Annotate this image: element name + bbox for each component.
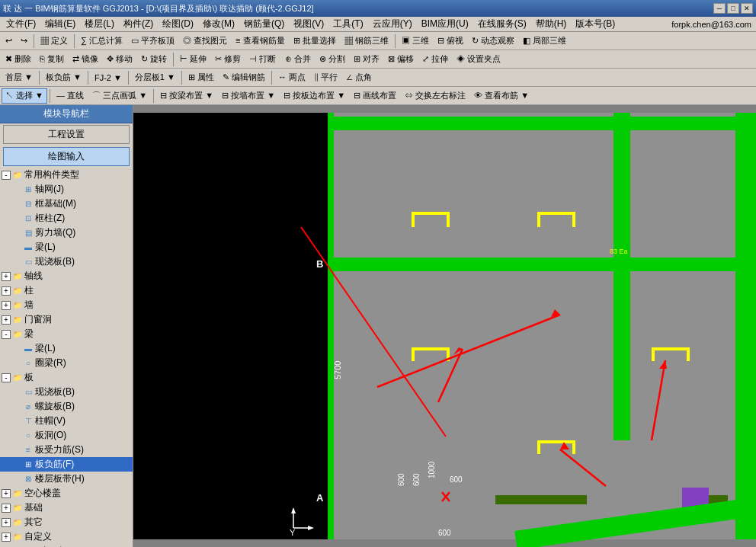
- tb-delete[interactable]: ✖ 删除: [2, 52, 35, 67]
- tb-line[interactable]: — 直线: [53, 88, 88, 104]
- tree-custom[interactable]: + 📁 自定义: [0, 529, 133, 544]
- tree-toggle-custom[interactable]: +: [2, 533, 11, 542]
- tb-point-angle[interactable]: ∠ 点角: [342, 70, 376, 85]
- tree-toggle-wall[interactable]: +: [2, 301, 11, 310]
- tree-slabhole[interactable]: ○ 板洞(O): [0, 428, 133, 443]
- tb-trim[interactable]: ✂ 修剪: [211, 52, 245, 67]
- tree-toggle-axis[interactable]: +: [2, 272, 11, 281]
- tree-common-types[interactable]: - 📁 常用构件类型: [0, 168, 133, 182]
- tb-setgrip[interactable]: ◈ 设置夹点: [453, 52, 505, 67]
- tb-undo[interactable]: ↩: [2, 34, 16, 49]
- tb-swap-mark[interactable]: ⇔ 交换左右标注: [401, 88, 469, 104]
- tb-arc[interactable]: ⌒ 三点画弧 ▼: [88, 88, 151, 104]
- tree-neg-rebar[interactable]: ⊞ 板负筋(F): [0, 457, 133, 472]
- menu-edit[interactable]: 编辑(E): [40, 17, 80, 31]
- menu-cloud[interactable]: 云应用(Y): [368, 17, 417, 31]
- tree-beam-folder[interactable]: - 📁 梁: [0, 327, 133, 341]
- tb-redo[interactable]: ↪: [17, 34, 31, 49]
- tb-by-edge[interactable]: ⊟ 按板边布置 ▼: [280, 88, 349, 104]
- tree-slabrebar[interactable]: ≡ 板受力筋(S): [0, 443, 133, 457]
- tb-select[interactable]: ↖ 选择 ▼: [2, 88, 47, 104]
- tb-two-point[interactable]: ↔ 两点: [274, 70, 309, 85]
- tb-copy[interactable]: ⎘ 复制: [36, 52, 68, 67]
- tb-by-wall[interactable]: ⊟ 按墙布置 ▼: [218, 88, 279, 104]
- menu-member[interactable]: 构件(Z): [119, 17, 158, 31]
- menu-tools[interactable]: 工具(T): [328, 17, 367, 31]
- tree-toggle-other[interactable]: +: [2, 518, 11, 527]
- tb-parallel[interactable]: ∥ 平行: [310, 70, 341, 85]
- tb-split[interactable]: ⊗ 分割: [316, 52, 349, 67]
- menu-view[interactable]: 视图(V): [289, 17, 328, 31]
- close-button[interactable]: ✕: [741, 3, 753, 14]
- tree-floorband[interactable]: ⊠ 楼层板带(H): [0, 472, 133, 486]
- tree-toggle-common[interactable]: -: [2, 171, 11, 180]
- nav-project-settings[interactable]: 工程设置: [3, 125, 130, 144]
- tb-viewrebar[interactable]: ≡ 查看钢筋量: [232, 34, 288, 49]
- fj-select[interactable]: FJ-2 ▼: [91, 70, 126, 85]
- tb-find[interactable]: ◎ 查找图元: [179, 34, 231, 49]
- tree-colcap[interactable]: ⊤ 柱帽(V): [0, 414, 133, 428]
- maximize-button[interactable]: □: [727, 3, 739, 14]
- tree-doorwin-folder[interactable]: + 📁 门窗洞: [0, 312, 133, 327]
- nav-draw-input[interactable]: 绘图输入: [3, 147, 130, 166]
- tree-beam-l[interactable]: ▬ 梁(L): [0, 341, 133, 356]
- tree-toggle-hollow[interactable]: +: [2, 489, 11, 498]
- tree-toggle-beam[interactable]: -: [2, 330, 11, 339]
- tb-extend[interactable]: ⊢ 延伸: [176, 52, 210, 67]
- tree-other[interactable]: + 📁 其它: [0, 515, 133, 529]
- tb-edit-rebar[interactable]: ✎ 编辑钢筋: [219, 70, 269, 85]
- tb-merge[interactable]: ⊕ 合并: [281, 52, 315, 67]
- tree-castslab2[interactable]: ▭ 现浇板(B): [0, 385, 133, 399]
- tb-property[interactable]: ⊞ 属性: [184, 70, 218, 85]
- floor-select[interactable]: 首层 ▼: [2, 70, 37, 85]
- menu-modify[interactable]: 修改(M): [198, 17, 239, 31]
- tb-stretch[interactable]: ⤢ 拉伸: [418, 52, 452, 67]
- tb-define[interactable]: ▦ 定义: [37, 34, 72, 49]
- tb-calc[interactable]: ∑ 汇总计算: [77, 34, 127, 49]
- tree-beam[interactable]: ▬ 梁(L): [0, 240, 133, 254]
- tree-toggle-slab[interactable]: -: [2, 373, 11, 382]
- tb-batch[interactable]: ⊞ 批量选择: [290, 34, 340, 49]
- tb-3d[interactable]: ▣ 三维: [398, 34, 433, 49]
- menu-draw[interactable]: 绘图(D): [158, 17, 198, 31]
- menu-version[interactable]: 版本号(B): [571, 17, 620, 31]
- tb-flat[interactable]: ▭ 平齐板顶: [127, 34, 178, 49]
- menu-online[interactable]: 在线服务(S): [473, 17, 531, 31]
- menu-file[interactable]: 文件(F): [2, 17, 40, 31]
- menu-floor[interactable]: 楼层(L): [80, 17, 119, 31]
- tb-3drebar[interactable]: ▦ 钢筋三维: [341, 34, 392, 49]
- member-select[interactable]: 板负筋 ▼: [42, 70, 85, 85]
- tree-base[interactable]: + 📁 基础: [0, 501, 133, 515]
- tree-axis[interactable]: ⊞ 轴网(J): [0, 182, 133, 197]
- minimize-button[interactable]: ─: [713, 3, 726, 14]
- tb-by-beam[interactable]: ⊟ 按梁布置 ▼: [156, 88, 217, 104]
- tb-orbit[interactable]: ↻ 动态观察: [468, 34, 518, 49]
- menu-bim[interactable]: BIM应用(U): [417, 17, 473, 31]
- tree-foundation[interactable]: ⊟ 框基础(M): [0, 197, 133, 211]
- tree-column[interactable]: ⊡ 框柱(Z): [0, 211, 133, 226]
- tree-castslab[interactable]: ▭ 现浇板(B): [0, 254, 133, 269]
- tb-move[interactable]: ✥ 移动: [103, 52, 136, 67]
- menu-rebar[interactable]: 钢筋量(Q): [239, 17, 289, 31]
- tree-hollow[interactable]: + 📁 空心楼盖: [0, 486, 133, 501]
- tree-toggle-base[interactable]: +: [2, 504, 11, 513]
- tree-axisline[interactable]: + 📁 轴线: [0, 269, 133, 283]
- tree-col-folder[interactable]: + 📁 柱: [0, 283, 133, 298]
- tb-view-rebar2[interactable]: 👁 查看布筋 ▼: [470, 88, 533, 104]
- tb-offset[interactable]: ⊠ 偏移: [384, 52, 418, 67]
- tree-shearwall[interactable]: ▤ 剪力墙(Q): [0, 226, 133, 240]
- tree-toggle-col[interactable]: +: [2, 286, 11, 296]
- layer-select[interactable]: 分层板1 ▼: [131, 70, 179, 85]
- tb-rotate[interactable]: ↻ 旋转: [137, 52, 171, 67]
- tree-spiral[interactable]: ⌀ 螺旋板(B): [0, 399, 133, 414]
- tree-toggle-doorwin[interactable]: +: [2, 315, 11, 325]
- tb-mirror[interactable]: ⇄ 镜像: [69, 52, 102, 67]
- tb-by-line[interactable]: ⊟ 画线布置: [350, 88, 400, 104]
- tree-slab-folder[interactable]: - 📁 板: [0, 370, 133, 385]
- tb-top[interactable]: ⊟ 俯视: [434, 34, 467, 49]
- tb-partial3d[interactable]: ◧ 局部三维: [519, 34, 570, 49]
- canvas-area[interactable]: B A 5700 600 600 1000 600: [133, 105, 756, 547]
- tb-break[interactable]: ⊣ 打断: [245, 52, 280, 67]
- tree-cad[interactable]: + 📁 CAD识别 NEW: [0, 544, 133, 547]
- tree-wall-folder[interactable]: + 📁 墙: [0, 298, 133, 312]
